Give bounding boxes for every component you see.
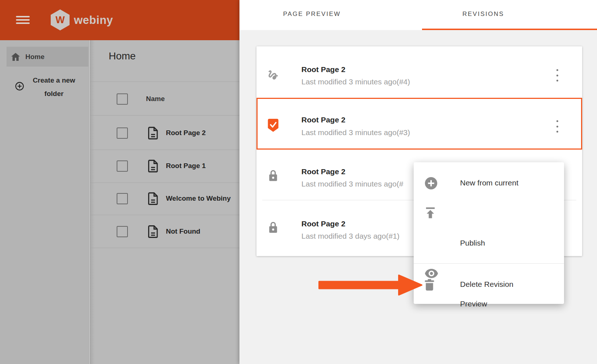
- menu-item-label: Preview: [460, 300, 487, 308]
- webiny-wordmark: webiny: [74, 14, 113, 27]
- page-name: Welcome to Webiny: [166, 194, 231, 202]
- revision-subtitle: Last modified 3 minutes ago(#3): [301, 128, 410, 137]
- document-icon: [148, 192, 158, 205]
- home-icon: [11, 53, 20, 61]
- revision-title: Root Page 2: [301, 65, 345, 74]
- menu-item-preview[interactable]: Preview: [414, 232, 564, 255]
- revision-title: Root Page 2: [301, 167, 345, 176]
- row-checkbox[interactable]: [117, 160, 128, 172]
- document-icon: [148, 160, 158, 172]
- row-checkbox[interactable]: [117, 127, 128, 139]
- revisions-drawer: PAGE PREVIEW REVISIONS Root Page 2 Last …: [239, 0, 597, 364]
- divider: [89, 248, 239, 248]
- create-folder-label-line2: folder: [28, 87, 80, 100]
- row-checkbox[interactable]: [117, 193, 128, 204]
- divider: [89, 115, 239, 116]
- menu-item-new-from-current[interactable]: New from current: [414, 172, 564, 194]
- divider: [89, 183, 239, 183]
- revision-subtitle: Last modified 3 days ago(#1): [301, 232, 400, 240]
- revision-title: Root Page 2: [301, 219, 345, 228]
- draft-squiggle-icon: [267, 69, 280, 81]
- published-shield-check-icon: [267, 118, 279, 132]
- drawer-tab-bar: PAGE PREVIEW REVISIONS: [239, 0, 597, 30]
- name-column-header[interactable]: Name: [146, 95, 165, 103]
- divider: [89, 215, 239, 215]
- divider: [89, 81, 239, 82]
- page-name: Not Found: [166, 227, 200, 235]
- list-title: Home: [109, 50, 136, 62]
- locked-icon: [268, 221, 278, 234]
- panel-edge-shade: [89, 40, 95, 364]
- menu-divider: [414, 263, 564, 264]
- plus-circle-outline-icon[interactable]: [15, 82, 24, 91]
- tab-page-preview[interactable]: PAGE PREVIEW: [261, 11, 363, 18]
- revision-title: Root Page 2: [301, 116, 345, 124]
- app-root: W webiny Home Create a new folder Home N…: [0, 0, 597, 364]
- row-checkbox[interactable]: [117, 226, 128, 237]
- hamburger-menu-icon[interactable]: [16, 16, 30, 24]
- publish-icon: [425, 207, 436, 218]
- logo-letter: W: [55, 14, 64, 26]
- divider: [89, 150, 239, 150]
- kebab-menu-icon[interactable]: [554, 69, 560, 81]
- trash-icon: [425, 279, 434, 291]
- page-list-panel: Home Name Root Page 2: [89, 40, 239, 364]
- active-tab-indicator: [422, 29, 597, 30]
- sidebar-home-label: Home: [25, 53, 45, 61]
- menu-item-label: New from current: [460, 179, 518, 187]
- tab-revisions[interactable]: REVISIONS: [433, 11, 534, 18]
- annotation-arrow-icon: [318, 274, 423, 296]
- plus-circle-icon: [425, 177, 438, 190]
- sidebar-item-home[interactable]: Home: [7, 47, 88, 67]
- document-icon: [148, 127, 158, 139]
- select-all-checkbox[interactable]: [117, 93, 128, 105]
- menu-item-delete-revision[interactable]: Delete Revision: [414, 274, 564, 296]
- folders-sidebar: Home Create a new folder: [0, 40, 89, 364]
- revision-context-menu: New from current Publish Preview: [414, 162, 564, 304]
- create-folder-button[interactable]: Create a new folder: [28, 74, 80, 100]
- webiny-logo-icon: W: [51, 9, 70, 30]
- page-name: Root Page 1: [166, 162, 206, 170]
- revision-subtitle: Last modified 3 minutes ago(#: [301, 180, 403, 188]
- document-icon: [148, 225, 158, 238]
- revision-subtitle: Last modified 3 minutes ago(#4): [301, 78, 410, 86]
- create-folder-label-line1: Create a new: [28, 74, 80, 87]
- kebab-menu-icon[interactable]: [554, 120, 560, 133]
- locked-icon: [268, 170, 278, 182]
- menu-item-publish[interactable]: Publish: [414, 202, 564, 224]
- menu-item-label: Delete Revision: [460, 280, 513, 289]
- page-name: Root Page 2: [166, 129, 206, 137]
